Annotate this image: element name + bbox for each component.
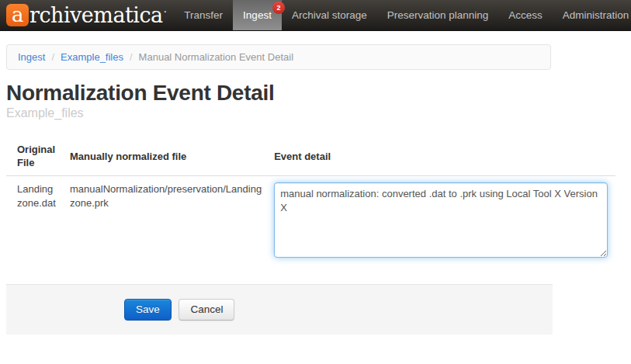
save-button[interactable]: Save bbox=[124, 299, 172, 321]
table-row: Landing zone.dat manualNormalization/pre… bbox=[6, 176, 615, 269]
nav-item-archival-storage[interactable]: Archival storage bbox=[282, 0, 377, 30]
event-detail-textarea[interactable]: manual normalization: converted .dat to … bbox=[274, 182, 608, 258]
page-title: Normalization Event Detail bbox=[6, 81, 631, 105]
cell-event-detail: manual normalization: converted .dat to … bbox=[268, 176, 615, 269]
archivematica-logo[interactable]: archivematica. bbox=[0, 0, 174, 30]
ingest-count-badge: 2 bbox=[272, 2, 285, 14]
nav-menu: Transfer Ingest 2 Archival storage Prese… bbox=[174, 0, 631, 30]
breadcrumb-link-example-files[interactable]: Example_files bbox=[61, 51, 123, 63]
header-event-detail: Event detail bbox=[268, 137, 615, 176]
top-navbar: archivematica. Transfer Ingest 2 Archiva… bbox=[0, 0, 631, 31]
logo-dot: . bbox=[164, 0, 167, 30]
nav-item-ingest-label: Ingest bbox=[243, 9, 272, 21]
nav-item-preservation-planning[interactable]: Preservation planning bbox=[377, 0, 499, 30]
breadcrumb-separator: / bbox=[45, 51, 61, 63]
nav-item-transfer[interactable]: Transfer bbox=[174, 0, 233, 30]
breadcrumb: Ingest / Example_files / Manual Normaliz… bbox=[6, 44, 551, 70]
breadcrumb-separator: / bbox=[123, 51, 139, 63]
archivematica-a-icon: a bbox=[6, 4, 29, 26]
nav-item-administration[interactable]: Administration bbox=[553, 0, 631, 30]
nav-item-access[interactable]: Access bbox=[498, 0, 553, 30]
header-original-file: Original File bbox=[6, 137, 64, 176]
logo-text: rchivematica bbox=[29, 0, 163, 31]
cell-normalized-file: manualNormalization/preservation/Landing… bbox=[64, 176, 268, 269]
nav-item-ingest[interactable]: Ingest 2 bbox=[233, 0, 282, 30]
cancel-button[interactable]: Cancel bbox=[179, 299, 234, 321]
breadcrumb-link-ingest[interactable]: Ingest bbox=[18, 51, 45, 63]
breadcrumb-current-page: Manual Normalization Event Detail bbox=[139, 51, 293, 63]
page-subtitle: Example_files bbox=[6, 106, 631, 120]
page-header: Normalization Event Detail Example_files bbox=[6, 81, 631, 120]
form-actions-bar: Save Cancel bbox=[6, 284, 553, 335]
normalization-table: Original File Manually normalized file E… bbox=[6, 137, 615, 268]
main-content: Ingest / Example_files / Manual Normaliz… bbox=[6, 44, 631, 335]
table-header-row: Original File Manually normalized file E… bbox=[6, 137, 615, 176]
header-manually-normalized-file: Manually normalized file bbox=[64, 137, 268, 176]
cell-original-file: Landing zone.dat bbox=[6, 176, 64, 269]
